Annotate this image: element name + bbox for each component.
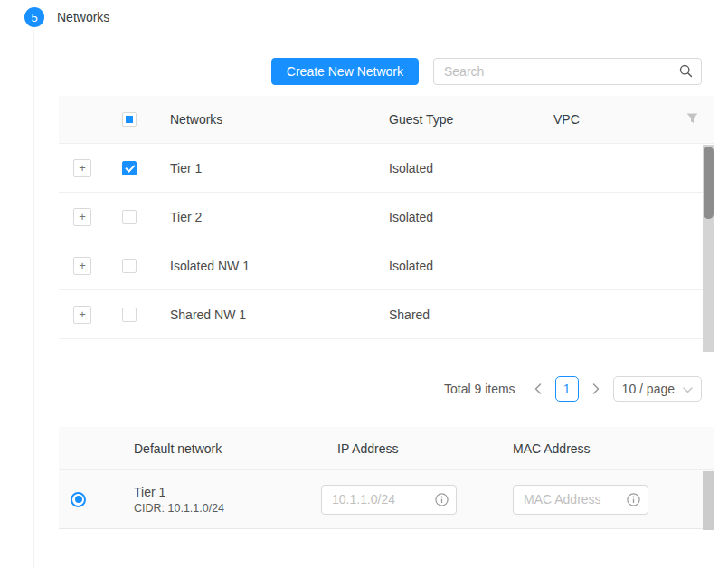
- expand-row-button[interactable]: +: [73, 208, 91, 226]
- default-network-row[interactable]: Tier 1 CIDR: 10.1.1.0/24: [59, 470, 714, 529]
- networks-table-header: Networks Guest Type VPC: [59, 96, 714, 144]
- expand-row-button[interactable]: +: [73, 159, 91, 177]
- network-name: Shared NW 1: [153, 308, 371, 322]
- row-checkbox[interactable]: [122, 161, 137, 175]
- toolbar: Create New Network: [59, 58, 702, 85]
- page-size-value: 10 / page: [622, 382, 675, 396]
- search-icon[interactable]: [679, 64, 693, 80]
- step-number-badge: 5: [24, 7, 44, 27]
- step-header: 5 Networks: [24, 7, 109, 27]
- row-checkbox[interactable]: [122, 308, 137, 322]
- step-title: Networks: [57, 10, 109, 24]
- next-page-button[interactable]: [588, 376, 604, 402]
- page-size-select[interactable]: 10 / page: [613, 376, 702, 402]
- guest-type: Shared: [371, 308, 538, 322]
- table-row[interactable]: + Isolated NW 1 Isolated: [59, 241, 714, 290]
- page-number-button[interactable]: 1: [555, 376, 579, 402]
- info-circle-icon: [627, 493, 640, 509]
- scrollbar-thumb[interactable]: [704, 147, 714, 219]
- column-header-ip-address: IP Address: [321, 441, 513, 456]
- chevron-down-icon: [683, 382, 693, 396]
- column-header-vpc: VPC: [538, 112, 669, 127]
- search-box: [433, 58, 702, 85]
- guest-type: Isolated: [371, 210, 538, 224]
- step-connector-line: [33, 30, 34, 568]
- network-name: Isolated NW 1: [153, 259, 371, 273]
- default-table-header: Default network IP Address MAC Address: [59, 427, 714, 470]
- table-row[interactable]: + Tier 2 Isolated: [59, 193, 714, 241]
- column-header-default-network: Default network: [134, 441, 321, 456]
- row-checkbox[interactable]: [122, 259, 137, 273]
- prev-page-button[interactable]: [530, 376, 546, 402]
- default-network-radio[interactable]: [71, 492, 86, 507]
- column-header-networks: Networks: [153, 112, 371, 127]
- create-new-network-button[interactable]: Create New Network: [271, 58, 419, 85]
- networks-table-scrollbar[interactable]: [703, 145, 714, 352]
- networks-step-page: 5 Networks Create New Network Networks G…: [0, 0, 728, 568]
- default-table-scrollbar[interactable]: [703, 471, 714, 530]
- mac-address-field: [513, 485, 648, 515]
- row-checkbox[interactable]: [122, 210, 137, 224]
- guest-type: Isolated: [371, 161, 538, 175]
- select-all-checkbox[interactable]: [122, 112, 137, 127]
- search-input[interactable]: [433, 58, 702, 85]
- network-name: Tier 2: [153, 210, 371, 224]
- table-row[interactable]: + Shared NW 1 Shared: [59, 290, 714, 339]
- networks-table: Networks Guest Type VPC + Tier 1 Isolate…: [59, 96, 714, 339]
- expand-row-button[interactable]: +: [73, 306, 91, 324]
- expand-row-button[interactable]: +: [73, 257, 91, 275]
- filter-cell: [669, 112, 714, 127]
- table-row[interactable]: + Tier 1 Isolated: [59, 144, 714, 193]
- guest-type: Isolated: [371, 259, 538, 273]
- default-network-table: Default network IP Address MAC Address T…: [59, 427, 714, 529]
- column-header-guest-type: Guest Type: [371, 112, 538, 127]
- network-name: Tier 1: [153, 161, 371, 175]
- column-header-mac-address: MAC Address: [513, 441, 714, 456]
- pagination: Total 9 items 1 10 / page: [59, 375, 702, 402]
- filter-funnel-icon[interactable]: [686, 112, 698, 127]
- select-all-cell: [106, 112, 153, 127]
- network-cidr: CIDR: 10.1.1.0/24: [134, 502, 321, 515]
- default-network-name-cell: Tier 1 CIDR: 10.1.1.0/24: [134, 485, 321, 515]
- pagination-total: Total 9 items: [444, 382, 515, 396]
- network-name: Tier 1: [134, 485, 321, 499]
- info-circle-icon: [435, 493, 449, 509]
- ip-address-field: [321, 485, 457, 515]
